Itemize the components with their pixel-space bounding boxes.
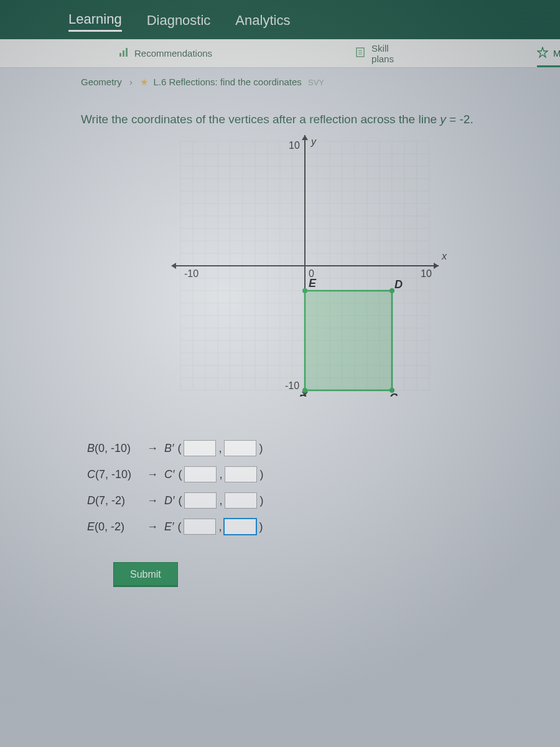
subnav-skillplans-label: Skill plans	[371, 43, 394, 64]
arrow-icon: →	[147, 494, 158, 507]
arrow-icon: →	[147, 442, 158, 455]
question-prefix: Write the coordinates of the vertices af…	[81, 113, 440, 126]
answer-D-orig-label: D	[87, 494, 95, 507]
svg-point-58	[302, 288, 307, 293]
answer-C-orig-label: C	[87, 468, 95, 481]
answer-E-x-input[interactable]	[184, 519, 216, 535]
answer-row-D: D(7, -2) → D′( , )	[87, 492, 560, 509]
answer-D-x-input[interactable]	[184, 492, 217, 509]
sub-nav: Recommendations Skill plans Math	[0, 39, 560, 68]
breadcrumb-skill[interactable]: L.6 Reflections: find the coordinates	[153, 77, 301, 87]
subnav-skillplans[interactable]: Skill plans	[355, 39, 394, 67]
subnav-recommendations[interactable]: Recommendations	[118, 39, 212, 67]
y-axis-label: y	[310, 136, 317, 147]
answer-C-y-input[interactable]	[225, 466, 257, 482]
question-var: y	[440, 113, 446, 126]
tab-diagnostic[interactable]: Diagnostic	[147, 12, 211, 31]
answer-row-C: C(7, -10) → C′( , )	[87, 466, 560, 482]
tick-neg10-y: -10	[285, 380, 299, 391]
chevron-right-icon: ›	[129, 77, 133, 87]
answer-D-prime-label: D′	[164, 494, 174, 507]
answer-D-y-input[interactable]	[225, 492, 257, 509]
answer-C-prime-label: C′	[164, 468, 174, 481]
svg-rect-0	[119, 53, 121, 57]
svg-point-55	[302, 388, 307, 393]
svg-marker-54	[305, 291, 392, 390]
point-D-label: D	[394, 278, 403, 291]
answer-row-B: B(0, -10) → B′( , )	[87, 440, 560, 456]
answer-B-prime-label: B′	[164, 442, 174, 455]
arrow-icon: →	[147, 468, 158, 481]
question-suffix: = -2.	[446, 113, 474, 126]
tab-learning[interactable]: Learning	[68, 11, 122, 32]
svg-marker-52	[302, 135, 308, 140]
answer-row-E: E(0, -2) → E′( , )	[87, 519, 560, 535]
answer-E-orig-label: E	[87, 520, 95, 533]
point-E-label: E	[309, 277, 317, 289]
skillplans-icon	[355, 47, 366, 60]
content-area: Write the coordinates of the vertices af…	[0, 88, 560, 587]
coordinate-graph[interactable]: -10 0 10 10 -10 x y E D B C	[156, 135, 454, 397]
answers-block: B(0, -10) → B′( , ) C(7, -10) → C′( , ) …	[87, 440, 560, 587]
subnav-math-label: Math	[553, 48, 560, 59]
answer-B-y-input[interactable]	[224, 440, 256, 456]
answer-D-orig-coords: (7, -2)	[95, 494, 125, 507]
svg-rect-2	[126, 48, 128, 57]
submit-button[interactable]: Submit	[113, 562, 178, 587]
answer-E-y-input[interactable]	[224, 519, 256, 535]
svg-marker-7	[538, 47, 548, 57]
point-B-label: B	[299, 393, 307, 397]
top-nav: Learning Diagnostic Analytics	[0, 0, 560, 39]
math-icon	[537, 47, 548, 60]
subnav-recommendations-label: Recommendations	[134, 48, 212, 59]
arrow-icon: →	[147, 520, 158, 533]
breadcrumb: Geometry › ★ L.6 Reflections: find the c…	[0, 68, 560, 88]
answer-E-orig-coords: (0, -2)	[95, 520, 124, 533]
svg-marker-50	[171, 263, 176, 269]
svg-point-57	[390, 288, 394, 293]
breadcrumb-code: SVY	[308, 78, 324, 87]
recommendations-icon	[118, 47, 129, 60]
question-text: Write the coordinates of the vertices af…	[81, 113, 560, 126]
answer-E-prime-label: E′	[164, 520, 174, 533]
answer-B-orig-label: B	[87, 442, 95, 454]
tick-10-x: 10	[421, 268, 432, 279]
answer-B-x-input[interactable]	[184, 440, 216, 456]
point-C-label: C	[390, 392, 398, 397]
tick-10-y: 10	[289, 140, 300, 151]
svg-rect-1	[123, 50, 124, 57]
answer-B-orig-coords: (0, -10)	[95, 442, 131, 454]
breadcrumb-subject[interactable]: Geometry	[81, 77, 122, 87]
answer-C-orig-coords: (7, -10)	[95, 468, 131, 481]
answer-C-x-input[interactable]	[184, 466, 217, 482]
tick-neg10-x: -10	[184, 268, 198, 279]
subnav-math[interactable]: Math	[537, 39, 560, 67]
tab-analytics[interactable]: Analytics	[235, 12, 290, 31]
x-axis-label: x	[441, 251, 447, 261]
star-icon: ★	[140, 77, 148, 87]
svg-marker-49	[434, 263, 439, 269]
